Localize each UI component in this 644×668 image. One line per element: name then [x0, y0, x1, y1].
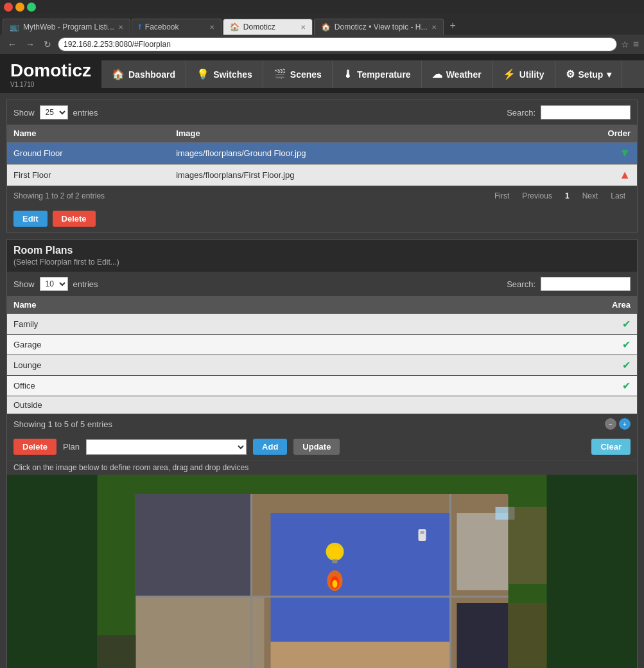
floorplans-search-label: Search:	[507, 108, 535, 118]
room-circle-plus-button[interactable]: +	[619, 418, 631, 430]
checkmark-icon: ✔	[622, 360, 631, 371]
floorplans-show-label: Show	[13, 108, 35, 118]
tab-facebook-icon: f	[139, 22, 141, 31]
floorplans-col-order: Order	[544, 125, 637, 143]
delete-floorplan-button[interactable]: Delete	[53, 211, 96, 227]
nav-setup-label: Setup	[579, 69, 604, 80]
nav-menu: 🏠 Dashboard 💡 Switches 🎬 Scenes 🌡 Temper…	[101, 60, 644, 88]
room-col-area: Area	[366, 296, 637, 314]
nav-temperature[interactable]: 🌡 Temperature	[333, 60, 422, 88]
tab-bar: 📺 MythWeb - Program Listi... ✕ f Faceboo…	[0, 14, 644, 35]
checkmark-icon: ✔	[622, 339, 631, 350]
forward-button[interactable]: →	[23, 38, 37, 51]
address-input[interactable]	[58, 37, 617, 51]
room-plans-subtitle: (Select Floorplan first to Edit...)	[7, 258, 637, 272]
tab-facebook-close[interactable]: ✕	[209, 24, 214, 31]
close-window-button[interactable]	[4, 3, 13, 12]
tab-domoticz-topic-close[interactable]: ✕	[431, 24, 437, 31]
tab-mythweb[interactable]: 📺 MythWeb - Program Listi... ✕	[3, 19, 130, 35]
new-tab-button[interactable]: +	[445, 17, 461, 35]
tab-domoticz-icon: 🏠	[230, 22, 239, 31]
floorplans-showing-text: Showing 1 to 2 of 2 entries	[13, 191, 105, 200]
floorplans-show-select[interactable]: 25	[40, 105, 68, 119]
pagination-last-button[interactable]: Last	[605, 190, 631, 202]
nav-setup[interactable]: ⚙ Setup ▾	[555, 60, 623, 88]
address-bar: ← → ↻ ☆ ≡	[0, 35, 644, 55]
order-down-icon: ▼	[619, 146, 631, 159]
dashboard-icon: 🏠	[112, 68, 125, 80]
table-row[interactable]: First Floor images/floorplans/First Floo…	[7, 164, 637, 186]
scenes-icon: 🎬	[274, 68, 286, 80]
plan-label: Plan	[63, 442, 80, 452]
delete-room-button[interactable]: Delete	[13, 439, 57, 455]
room-circle-minus-button[interactable]: −	[605, 418, 616, 430]
pagination-page-button[interactable]: 1	[560, 190, 575, 202]
room-plans-section: Room Plans (Select Floorplan first to Ed…	[6, 239, 638, 668]
maximize-window-button[interactable]	[27, 3, 36, 12]
nav-utility[interactable]: ⚡ Utility	[492, 60, 555, 88]
edit-button[interactable]: Edit	[13, 211, 48, 227]
room-area: ✔	[366, 314, 637, 335]
floorplans-search-input[interactable]	[541, 105, 631, 119]
tab-mythweb-label: MythWeb - Program Listi...	[23, 22, 114, 31]
floorplan-order: ▼	[544, 143, 637, 164]
room-name: Family	[7, 314, 366, 335]
nav-scenes[interactable]: 🎬 Scenes	[263, 60, 333, 88]
floorplans-table-controls: Show 25 entries Search:	[7, 100, 637, 125]
browser-menu-button[interactable]: ≡	[633, 39, 639, 50]
table-row[interactable]: Family ✔	[7, 314, 637, 335]
tab-domoticz-close[interactable]: ✕	[300, 24, 306, 31]
room-name: Lounge	[7, 355, 366, 376]
room-area: ✔	[366, 376, 637, 396]
pagination-next-button[interactable]: Next	[577, 190, 604, 202]
clear-button[interactable]: Clear	[591, 439, 631, 455]
nav-weather[interactable]: ☁ Weather	[422, 60, 492, 88]
table-row[interactable]: Garage ✔	[7, 335, 637, 355]
app-header: Domoticz V1.1710 🏠 Dashboard 💡 Switches …	[0, 55, 644, 93]
nav-switches[interactable]: 💡 Switches	[186, 60, 263, 88]
back-button[interactable]: ←	[5, 38, 19, 51]
tab-facebook[interactable]: f Facebook ✕	[132, 19, 222, 35]
tab-mythweb-close[interactable]: ✕	[118, 24, 123, 31]
svg-point-13	[329, 545, 342, 558]
room-plans-table: Name Area Family ✔ Garage ✔ Lounge	[7, 296, 637, 414]
svg-rect-14	[333, 559, 338, 563]
pagination-previous-button[interactable]: Previous	[517, 190, 557, 202]
table-row[interactable]: Ground Floor images/floorplans/Ground Fl…	[7, 143, 637, 164]
tab-domoticz[interactable]: 🏠 Domoticz ✕	[223, 19, 313, 35]
svg-rect-21	[509, 603, 547, 667]
table-row[interactable]: Outside	[7, 396, 637, 414]
tab-domoticz-label: Domoticz	[243, 22, 275, 31]
tab-mythweb-icon: 📺	[10, 22, 19, 31]
browser-chrome: 📺 MythWeb - Program Listi... ✕ f Faceboo…	[0, 0, 644, 55]
update-button[interactable]: Update	[293, 439, 340, 455]
pagination-first-button[interactable]: First	[489, 190, 514, 202]
room-plans-entries-label: entries	[73, 279, 98, 289]
plan-select[interactable]	[86, 439, 247, 455]
nav-scenes-label: Scenes	[290, 69, 322, 80]
setup-icon: ⚙	[566, 68, 575, 80]
room-plans-show-label: Show	[13, 279, 35, 289]
nav-dashboard[interactable]: 🏠 Dashboard	[101, 60, 186, 88]
room-plans-show-select[interactable]: 10	[40, 277, 68, 291]
svg-rect-2	[136, 494, 252, 597]
bookmark-button[interactable]: ☆	[621, 39, 629, 49]
room-area	[366, 396, 637, 414]
tab-domoticz-topic[interactable]: 🏠 Domoticz • View topic - H... ✕	[314, 19, 444, 35]
table-row[interactable]: Lounge ✔	[7, 355, 637, 376]
room-plans-title: Room Plans	[7, 240, 637, 258]
svg-rect-4	[457, 513, 509, 590]
floorplans-table: Name Image Order Ground Floor images/flo…	[7, 125, 637, 186]
floorplan-order: ▲	[544, 164, 637, 186]
table-row[interactable]: Office ✔	[7, 376, 637, 396]
add-button[interactable]: Add	[253, 439, 287, 455]
reload-button[interactable]: ↻	[41, 38, 54, 51]
minimize-window-button[interactable]	[15, 3, 24, 12]
floorplans-action-bar: Edit Delete	[7, 206, 637, 232]
room-plans-showing-text: Showing 1 to 5 of 5 entries	[13, 419, 112, 429]
temperature-icon: 🌡	[343, 69, 353, 80]
room-plans-search-input[interactable]	[541, 277, 631, 291]
tab-facebook-label: Facebook	[145, 22, 179, 31]
floorplan-image-area[interactable]	[7, 475, 637, 668]
content: Show 25 entries Search: Name Image Order	[0, 93, 644, 668]
